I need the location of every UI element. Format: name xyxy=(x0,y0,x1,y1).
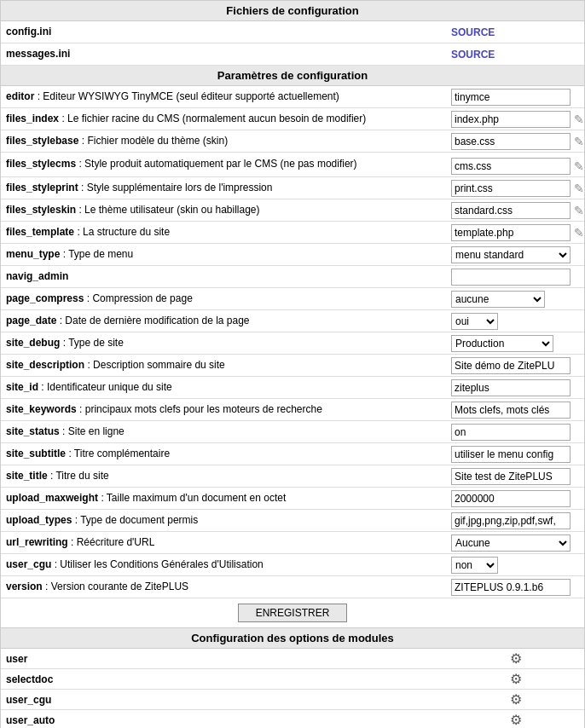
page-date-value: oui xyxy=(448,311,584,332)
module-user-auto-icon[interactable]: ⚙ xyxy=(448,712,584,728)
site-id-value xyxy=(448,378,584,398)
version-input[interactable] xyxy=(451,579,571,596)
module-user-auto-row: user_auto ⚙ xyxy=(1,710,584,728)
module-user-cgu-row: user_cgu ⚙ xyxy=(1,690,584,710)
files-stylecms-value: ✎ xyxy=(448,154,584,176)
config-params-header: Paramètres de configuration xyxy=(1,66,584,86)
config-ini-row: config.ini SOURCE xyxy=(1,21,584,43)
files-stylebase-value: ✎ xyxy=(448,131,584,152)
site-debug-value: Production xyxy=(448,333,584,354)
editor-label: editor : Editeur WYSIWYG TinyMCE (seul é… xyxy=(1,88,448,107)
files-stylebase-edit-icon[interactable]: ✎ xyxy=(574,135,584,148)
site-status-input[interactable] xyxy=(451,424,571,441)
site-id-row: site_id : Identificateur unique du site xyxy=(1,377,584,399)
navig-admin-value xyxy=(448,267,584,287)
navig-admin-label: navig_admin xyxy=(1,268,448,286)
files-stylecms-row: files_stylecms : Style produit automatiq… xyxy=(1,153,584,177)
site-debug-row: site_debug : Type de site Production xyxy=(1,332,584,355)
module-selectdoc-icon[interactable]: ⚙ xyxy=(448,671,584,687)
module-selectdoc-label: selectdoc xyxy=(1,671,448,688)
upload-types-label: upload_types : Type de document permis xyxy=(1,511,448,530)
site-description-row: site_description : Description sommaire … xyxy=(1,355,584,377)
config-ini-source-link[interactable]: SOURCE xyxy=(451,26,495,38)
files-template-input[interactable] xyxy=(451,224,571,241)
site-subtitle-row: site_subtitle : Titre complémentaire xyxy=(1,443,584,465)
editor-value xyxy=(448,87,584,107)
messages-ini-value: SOURCE xyxy=(448,47,584,62)
page-compress-label: page_compress : Compression de page xyxy=(1,290,448,309)
page-date-row: page_date : Date de dernière modificatio… xyxy=(1,310,584,332)
editor-input[interactable] xyxy=(451,89,571,106)
files-template-edit-icon[interactable]: ✎ xyxy=(574,226,584,240)
files-styleskin-edit-icon[interactable]: ✎ xyxy=(574,204,584,217)
user-cgu-value: non xyxy=(448,555,584,575)
menu-type-label: menu_type : Type de menu xyxy=(1,246,448,264)
config-files-header: Fichiers de configuration xyxy=(1,1,584,21)
site-description-value xyxy=(448,355,584,376)
files-styleskin-input[interactable] xyxy=(451,202,571,219)
site-debug-label: site_debug : Type de site xyxy=(1,334,448,353)
files-template-label: files_template : La structure du site xyxy=(1,223,448,242)
version-row: version : Version courante de ZitePLUS xyxy=(1,576,584,598)
upload-types-input[interactable] xyxy=(451,512,571,529)
save-button[interactable]: ENREGISTRER xyxy=(238,604,348,622)
site-title-input[interactable] xyxy=(451,468,571,485)
site-title-label: site_title : Titre du site xyxy=(1,467,448,486)
files-stylebase-label: files_stylebase : Fichier modèle du thèm… xyxy=(1,132,448,151)
navig-admin-input[interactable] xyxy=(451,269,571,286)
config-ini-value: SOURCE xyxy=(448,25,584,40)
module-user-cgu-icon[interactable]: ⚙ xyxy=(448,691,584,708)
files-styleprint-edit-icon[interactable]: ✎ xyxy=(574,182,584,195)
user-cgu-select[interactable]: non xyxy=(451,557,498,574)
navig-admin-row: navig_admin xyxy=(1,266,584,288)
site-status-row: site_status : Site en ligne xyxy=(1,421,584,443)
files-styleprint-label: files_styleprint : Style supplémentaire … xyxy=(1,179,448,198)
files-stylecms-input[interactable] xyxy=(451,158,571,175)
site-subtitle-value xyxy=(448,444,584,465)
site-id-input[interactable] xyxy=(451,379,571,396)
site-keywords-input[interactable] xyxy=(451,402,571,419)
messages-ini-label: messages.ini xyxy=(1,45,448,64)
site-description-input[interactable] xyxy=(451,357,571,374)
files-stylecms-edit-icon[interactable]: ✎ xyxy=(574,159,584,173)
site-keywords-value xyxy=(448,400,584,420)
menu-type-row: menu_type : Type de menu menu standard xyxy=(1,244,584,266)
files-index-edit-icon[interactable]: ✎ xyxy=(574,113,584,126)
site-id-label: site_id : Identificateur unique du site xyxy=(1,378,448,397)
config-ini-label: config.ini xyxy=(1,23,448,42)
menu-type-select[interactable]: menu standard xyxy=(451,246,571,263)
upload-maxweight-input[interactable] xyxy=(451,490,571,507)
upload-maxweight-value xyxy=(448,488,584,509)
editor-row: editor : Editeur WYSIWYG TinyMCE (seul é… xyxy=(1,86,584,108)
site-description-label: site_description : Description sommaire … xyxy=(1,356,448,375)
files-styleprint-input[interactable] xyxy=(451,180,571,197)
files-index-input[interactable] xyxy=(451,111,571,128)
save-row: ENREGISTRER xyxy=(1,598,584,628)
files-styleskin-label: files_styleskin : Le thème utilisateur (… xyxy=(1,201,448,220)
user-cgu-row: user_cgu : Utiliser les Conditions Génér… xyxy=(1,554,584,576)
files-index-value: ✎ xyxy=(448,109,584,130)
module-user-icon[interactable]: ⚙ xyxy=(448,650,584,667)
user-cgu-label: user_cgu : Utiliser les Conditions Génér… xyxy=(1,556,448,575)
files-stylebase-input[interactable] xyxy=(451,133,571,150)
files-stylebase-row: files_stylebase : Fichier modèle du thèm… xyxy=(1,130,584,153)
upload-maxweight-row: upload_maxweight : Taille maximum d'un d… xyxy=(1,488,584,510)
files-styleskin-row: files_styleskin : Le thème utilisateur (… xyxy=(1,199,584,222)
page-date-select[interactable]: oui xyxy=(451,313,498,330)
site-debug-select[interactable]: Production xyxy=(451,335,553,352)
url-rewriting-select[interactable]: Aucune xyxy=(451,534,571,552)
site-title-row: site_title : Titre du site xyxy=(1,465,584,488)
files-styleskin-value: ✎ xyxy=(448,200,584,221)
messages-ini-source-link[interactable]: SOURCE xyxy=(451,49,495,61)
page-compress-select[interactable]: aucune xyxy=(451,291,545,308)
upload-types-row: upload_types : Type de document permis xyxy=(1,510,584,532)
files-template-value: ✎ xyxy=(448,222,584,243)
files-styleprint-row: files_styleprint : Style supplémentaire … xyxy=(1,177,584,199)
messages-ini-row: messages.ini SOURCE xyxy=(1,43,584,66)
module-options-header: Configuration des options de modules xyxy=(1,628,584,649)
site-title-value xyxy=(448,466,584,487)
module-user-row: user ⚙ xyxy=(1,649,584,669)
site-subtitle-input[interactable] xyxy=(451,446,571,463)
url-rewriting-row: url_rewriting : Réécriture d'URL Aucune xyxy=(1,532,584,554)
module-user-cgu-label: user_cgu xyxy=(1,691,448,708)
